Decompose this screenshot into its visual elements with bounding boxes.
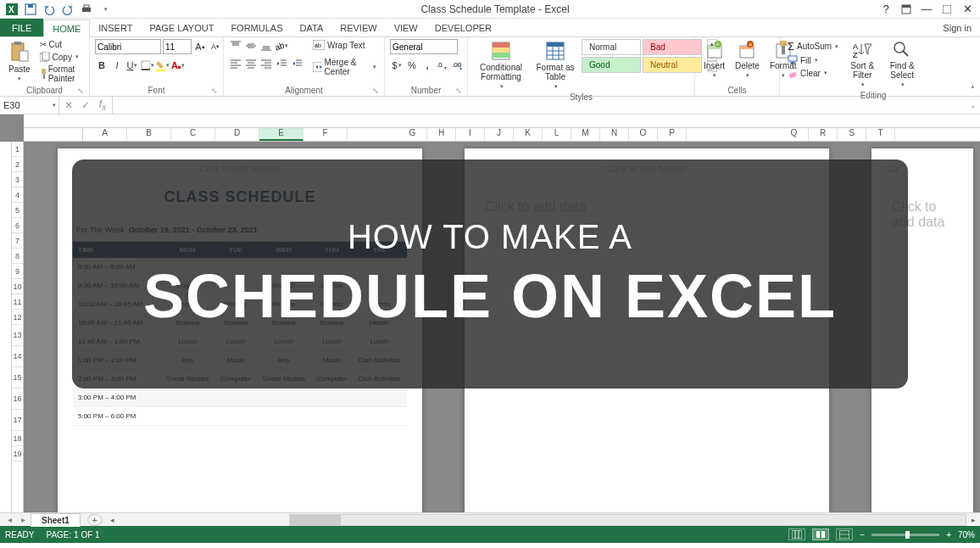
format-as-table-button[interactable]: Format as Table▾: [532, 39, 578, 92]
cut-button[interactable]: ✂Cut: [37, 39, 84, 50]
col-header-I[interactable]: I: [456, 128, 485, 141]
col-header-D[interactable]: D: [215, 128, 259, 141]
col-header-O[interactable]: O: [629, 128, 658, 141]
collapse-ribbon-icon[interactable]: ˄: [971, 85, 975, 94]
col-header-R[interactable]: R: [809, 128, 838, 141]
hscroll-thumb[interactable]: [290, 515, 341, 525]
view-normal-icon[interactable]: [788, 528, 805, 540]
zoom-level[interactable]: 70%: [958, 530, 975, 540]
indent-decrease-icon[interactable]: [275, 57, 288, 70]
col-header-Q[interactable]: Q: [780, 128, 809, 141]
row-header-4[interactable]: 4: [12, 187, 23, 203]
row-header-16[interactable]: 16: [12, 389, 23, 410]
row-header-19[interactable]: 19: [12, 446, 23, 461]
clipboard-launcher-icon[interactable]: ⤡: [77, 87, 84, 95]
close-icon[interactable]: ✕: [961, 3, 973, 15]
style-neutral[interactable]: Neutral: [643, 57, 702, 73]
cancel-formula-icon[interactable]: ✕: [63, 99, 75, 111]
row-header-12[interactable]: 12: [12, 310, 23, 325]
tab-review[interactable]: REVIEW: [331, 19, 385, 36]
copy-button[interactable]: Copy▾: [37, 51, 84, 63]
clear-button[interactable]: Clear▾: [785, 67, 841, 79]
hscroll-track[interactable]: [289, 514, 966, 526]
row-header-10[interactable]: 10: [12, 279, 23, 294]
col-header-E[interactable]: E: [259, 128, 303, 141]
currency-icon[interactable]: $▾: [390, 59, 404, 72]
align-bottom-icon[interactable]: [259, 39, 273, 53]
col-header-A[interactable]: A: [83, 128, 127, 141]
shrink-font-icon[interactable]: A▾: [209, 40, 222, 53]
fill-button[interactable]: Fill▾: [785, 54, 841, 66]
redo-icon[interactable]: [61, 3, 75, 16]
row-header-13[interactable]: 13: [12, 325, 23, 346]
merge-center-button[interactable]: Merge & Center▾: [310, 57, 379, 77]
sheet-tab-1[interactable]: Sheet1: [31, 513, 81, 527]
align-center-icon[interactable]: [244, 57, 258, 70]
row-header-3[interactable]: 3: [12, 172, 23, 187]
qat-customize-icon[interactable]: ▾: [98, 3, 112, 16]
tab-nav-prev-icon[interactable]: ◂: [3, 515, 15, 524]
tab-formulas[interactable]: FORMULAS: [222, 19, 291, 36]
tab-home[interactable]: HOME: [43, 20, 90, 37]
insert-function-icon[interactable]: fx: [97, 98, 109, 112]
formula-bar[interactable]: ⌄: [113, 97, 980, 114]
col-header-G[interactable]: G: [398, 128, 427, 141]
undo-icon[interactable]: [42, 3, 56, 16]
view-page-break-icon[interactable]: [836, 528, 853, 540]
col-header-C[interactable]: C: [171, 128, 215, 141]
namebox-dropdown-icon[interactable]: ▾: [53, 102, 56, 109]
align-right-icon[interactable]: [259, 57, 273, 70]
paste-button[interactable]: Paste▾: [5, 39, 34, 84]
align-middle-icon[interactable]: [244, 39, 258, 53]
add-sheet-button[interactable]: +: [87, 514, 103, 526]
font-size-select[interactable]: [163, 39, 192, 54]
ribbon-display-icon[interactable]: [900, 3, 912, 15]
table-row[interactable]: 3:00 PM – 4:00 PM: [73, 389, 407, 407]
style-bad[interactable]: Bad: [643, 39, 702, 55]
row-header-18[interactable]: 18: [12, 431, 23, 446]
col-header-L[interactable]: L: [543, 128, 571, 141]
row-header-15[interactable]: 15: [12, 367, 23, 389]
zoom-slider[interactable]: [871, 534, 939, 536]
tab-file[interactable]: FILE: [0, 19, 43, 36]
view-page-layout-icon[interactable]: [812, 528, 829, 540]
tab-view[interactable]: VIEW: [386, 19, 426, 36]
row-header-7[interactable]: 7: [12, 233, 23, 249]
fill-color-icon[interactable]: ▾: [156, 59, 170, 72]
col-header-H[interactable]: H: [427, 128, 456, 141]
help-icon[interactable]: ?: [880, 3, 892, 15]
table-row[interactable]: 5:00 PM – 6:00 PM: [73, 407, 407, 426]
row-header-2[interactable]: 2: [12, 157, 23, 172]
tab-insert[interactable]: INSERT: [90, 19, 141, 36]
maximize-icon[interactable]: [941, 3, 953, 15]
conditional-formatting-button[interactable]: Conditional Formatting▾: [473, 39, 529, 92]
tab-nav-next-icon[interactable]: ▸: [17, 515, 29, 524]
hscroll-right-icon[interactable]: ▸: [966, 516, 980, 524]
tab-data[interactable]: DATA: [292, 19, 332, 36]
zoom-in-icon[interactable]: +: [946, 530, 951, 540]
increase-decimal-icon[interactable]: .0: [436, 59, 449, 72]
tab-developer[interactable]: DEVELOPER: [426, 19, 500, 36]
find-select-button[interactable]: Find & Select▾: [883, 39, 921, 90]
wrap-text-button[interactable]: abWrap Text: [310, 39, 379, 51]
comma-icon[interactable]: ,: [420, 59, 434, 72]
col-header-B[interactable]: B: [127, 128, 171, 141]
col-header-T[interactable]: T: [866, 128, 895, 141]
number-launcher-icon[interactable]: ⤡: [455, 87, 462, 95]
autosum-button[interactable]: ΣAutoSum▾: [785, 39, 841, 53]
hscroll-left-icon[interactable]: ◂: [106, 516, 120, 524]
delete-cells-button[interactable]: ×Delete▾: [732, 39, 763, 81]
signin-link[interactable]: Sign in: [934, 19, 980, 36]
tab-page-layout[interactable]: PAGE LAYOUT: [141, 19, 222, 36]
col-header-J[interactable]: J: [485, 128, 514, 141]
col-header-F[interactable]: F: [303, 128, 348, 141]
row-header-9[interactable]: 9: [12, 264, 23, 279]
sort-filter-button[interactable]: AZSort & Filter▾: [844, 39, 880, 90]
align-left-icon[interactable]: [229, 57, 242, 70]
col-header-N[interactable]: N: [600, 128, 629, 141]
row-header-14[interactable]: 14: [12, 346, 23, 367]
border-icon[interactable]: ▾: [141, 59, 154, 72]
row-header-17[interactable]: 17: [12, 410, 23, 431]
format-painter-button[interactable]: Format Painter: [37, 64, 84, 84]
orientation-icon[interactable]: ab▾: [275, 39, 288, 53]
